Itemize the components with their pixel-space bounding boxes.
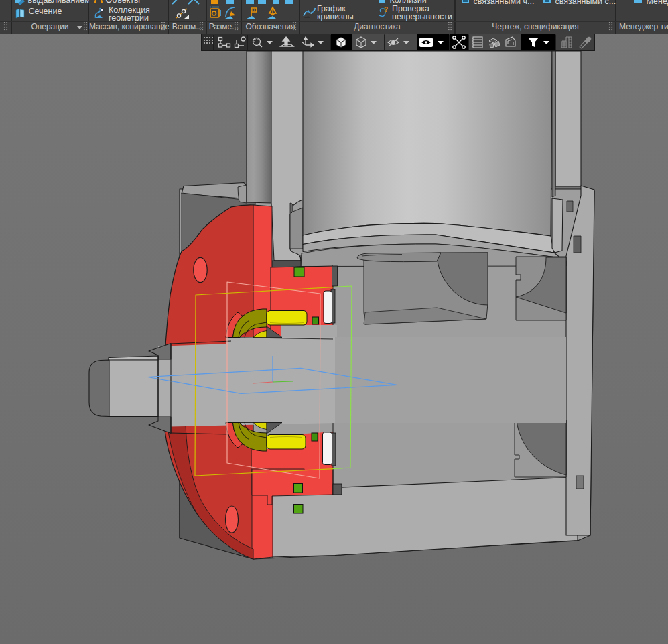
svg-text:?: ?: [384, 6, 388, 13]
